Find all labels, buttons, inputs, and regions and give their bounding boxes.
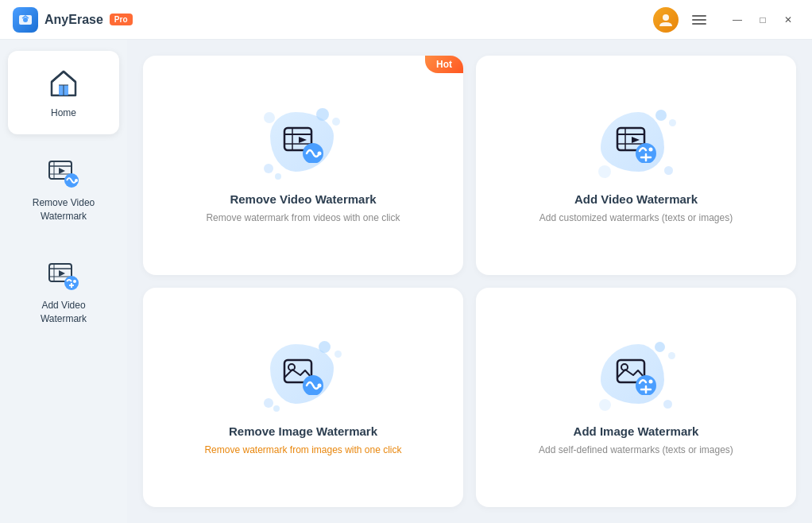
minimize-button[interactable]: — <box>726 9 748 31</box>
remove-video-card-desc: Remove watermark from videos with one cl… <box>206 212 400 223</box>
menu-icon[interactable] <box>688 9 710 31</box>
add-video-card-desc: Add customized watermarks (texts or imag… <box>539 212 733 223</box>
close-button[interactable]: ✕ <box>777 9 799 31</box>
avatar-icon[interactable] <box>653 7 679 33</box>
feature-card-add-image[interactable]: Add Image Watermark Add self-defined wat… <box>476 288 796 507</box>
remove-video-icon <box>46 155 81 190</box>
svg-point-22 <box>73 280 76 283</box>
remove-video-card-icon <box>264 108 343 180</box>
sidebar-item-remove-video[interactable]: Remove VideoWatermark <box>8 141 119 238</box>
home-icon <box>46 65 81 100</box>
pro-badge: Pro <box>110 14 133 25</box>
main-layout: Home Remove VideoWatermark <box>0 40 812 523</box>
title-bar: AnyErase Pro — □ ✕ <box>0 0 812 40</box>
svg-point-48 <box>648 379 652 383</box>
remove-video-card-title: Remove Video Watermark <box>230 192 376 206</box>
remove-image-card-icon <box>264 340 343 412</box>
add-video-icon <box>46 258 81 292</box>
svg-marker-36 <box>632 137 640 143</box>
window-controls: — □ ✕ <box>726 9 799 31</box>
svg-rect-4 <box>692 19 706 21</box>
add-image-card-icon <box>597 340 676 412</box>
add-video-card-title: Add Video Watermark <box>574 192 698 206</box>
app-logo <box>13 7 38 33</box>
svg-point-1 <box>23 17 28 22</box>
title-bar-left: AnyErase Pro <box>13 7 133 33</box>
svg-marker-20 <box>59 270 65 277</box>
hot-badge: Hot <box>425 56 463 73</box>
svg-point-2 <box>663 14 669 21</box>
sidebar-item-home[interactable]: Home <box>8 51 119 134</box>
svg-marker-29 <box>299 137 307 143</box>
add-image-card-desc: Add self-defined watermarks (texts or im… <box>539 444 733 455</box>
remove-image-card-desc: Remove watermark from images with one cl… <box>204 444 401 455</box>
remove-image-card-title: Remove Image Watermark <box>229 424 377 438</box>
svg-point-38 <box>648 147 652 151</box>
sidebar-item-add-video[interactable]: Add VideoWatermark <box>8 243 119 340</box>
feature-card-remove-image[interactable]: Remove Image Watermark Remove watermark … <box>143 288 463 507</box>
feature-card-remove-video[interactable]: Hot Remove <box>143 56 463 275</box>
sidebar: Home Remove VideoWatermark <box>0 40 127 523</box>
svg-marker-13 <box>59 168 65 174</box>
add-image-card-title: Add Image Watermark <box>574 424 699 438</box>
svg-point-44 <box>317 383 321 387</box>
svg-point-15 <box>75 179 78 182</box>
sidebar-remove-video-label: Remove VideoWatermark <box>33 196 95 223</box>
app-name: AnyErase <box>44 13 103 27</box>
sidebar-add-video-label: Add VideoWatermark <box>41 299 87 326</box>
svg-point-31 <box>317 151 321 155</box>
add-video-card-icon <box>597 108 676 180</box>
sidebar-home-label: Home <box>51 107 76 120</box>
feature-card-add-video[interactable]: Add Video Watermark Add customized water… <box>476 56 796 275</box>
title-bar-right: — □ ✕ <box>653 7 799 33</box>
svg-rect-3 <box>692 15 706 17</box>
svg-rect-5 <box>692 23 706 25</box>
maximize-button[interactable]: □ <box>752 9 774 31</box>
content-area: Hot Remove <box>127 40 812 523</box>
